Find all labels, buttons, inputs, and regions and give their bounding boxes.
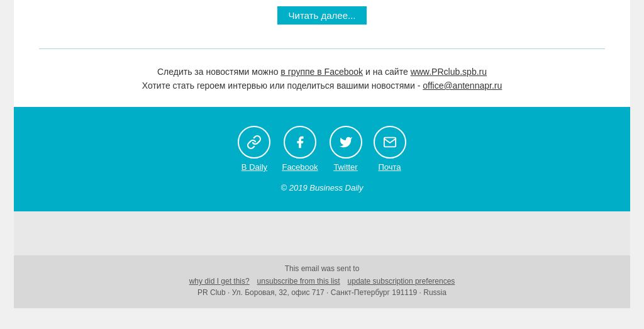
facebook-group-link[interactable]: в группе в Facebook (280, 67, 363, 77)
facebook-social-link[interactable]: Facebook (282, 126, 318, 172)
read-more-button[interactable]: Читать далее... (277, 6, 367, 25)
gray-spacer (14, 211, 630, 255)
info-line2: Хотите стать героем интервью или поделит… (39, 81, 605, 91)
update-prefs-link[interactable]: update subscription preferences (348, 277, 455, 286)
facebook-label: Facebook (282, 162, 318, 172)
section-divider (39, 48, 605, 49)
bdaily-social-link[interactable]: В Daily (238, 126, 270, 172)
mail-social-link[interactable]: Почта (374, 126, 406, 172)
info-line1: Следить за новостями можно в группе в Fa… (39, 67, 605, 77)
prclub-link[interactable]: www.PRclub.spb.ru (411, 67, 487, 77)
facebook-icon (284, 126, 316, 159)
footer-links: why did I get this? unsubscribe from thi… (39, 276, 605, 286)
top-section: Читать далее... (14, 0, 630, 37)
bdaily-icon (238, 126, 270, 159)
footer-sent-to: This email was sent to (39, 264, 605, 273)
why-get-this-link[interactable]: why did I get this? (189, 277, 250, 286)
email-link[interactable]: office@antennapr.ru (423, 81, 502, 91)
footer-address: PR Club · Ул. Боровая, 32, офис 717 · Са… (39, 288, 605, 297)
bdaily-label: В Daily (242, 162, 267, 172)
unsubscribe-link[interactable]: unsubscribe from this list (257, 277, 340, 286)
social-icons-row: В Daily Facebook Twitter (39, 126, 605, 172)
info-section: Следить за новостями можно в группе в Fa… (14, 60, 630, 107)
twitter-label: Twitter (333, 162, 357, 172)
twitter-icon (330, 126, 362, 159)
social-section: В Daily Facebook Twitter (14, 107, 630, 211)
mail-label: Почта (378, 162, 401, 172)
twitter-social-link[interactable]: Twitter (330, 126, 362, 172)
mail-icon (374, 126, 406, 159)
copyright-text: © 2019 Business Daily (39, 183, 605, 192)
main-content: Читать далее... Следить за новостями мож… (14, 0, 630, 308)
footer-section: This email was sent to why did I get thi… (14, 255, 630, 308)
